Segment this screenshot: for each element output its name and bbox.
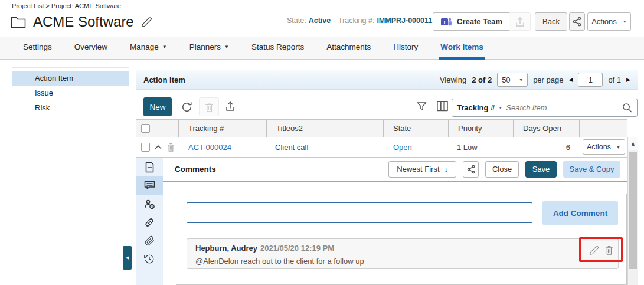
back-button[interactable]: Back [535, 12, 567, 31]
save-button[interactable]: Save [525, 161, 557, 178]
sort-order-button[interactable]: Newest First ↓ [388, 161, 456, 178]
collapse-row-button[interactable] [155, 145, 162, 149]
sidebar-item-risk[interactable]: Risk [12, 100, 129, 115]
edit-comment-button[interactable] [589, 245, 599, 255]
comment-input[interactable] [187, 202, 532, 223]
column-header-days-open[interactable]: Days Open [514, 120, 580, 137]
tab-overview[interactable]: Overview [73, 37, 109, 60]
state-label: State: [287, 17, 306, 25]
row-actions-dropdown[interactable]: Actions ▼ [583, 139, 625, 155]
viewing-count: 2 of 2 [472, 76, 492, 84]
comments-title: Comments [175, 165, 216, 173]
detail-tab-links[interactable] [136, 213, 163, 231]
edit-title-button[interactable] [141, 17, 152, 28]
panel-header: Action Item Viewing 2 of 2 50 ▼ per page… [136, 70, 638, 90]
tracking-link[interactable]: ACT-000024 [188, 143, 231, 152]
select-all-checkbox[interactable] [141, 124, 150, 133]
detail-tab-attachments[interactable] [136, 231, 163, 250]
detail-tab-users[interactable] [136, 195, 163, 213]
user-clock-icon [144, 199, 155, 209]
tab-bar: Settings Overview Manage▼ Planners▼ Stat… [0, 37, 644, 60]
refresh-button[interactable] [181, 101, 193, 113]
sidebar-item-action-item[interactable]: Action Item [12, 71, 129, 86]
detail-tab-details[interactable] [136, 158, 163, 176]
days-open-cell: 6 [514, 143, 580, 152]
viewing-label: Viewing [440, 76, 466, 84]
tracking-field: Tracking #:IMMPRJ-000011 [338, 17, 432, 25]
next-page-button[interactable]: ▶ [626, 77, 630, 83]
state-field: State:Active [287, 17, 331, 25]
share-icon [573, 17, 581, 27]
detail-tab-strip [136, 158, 163, 285]
share-icon [467, 165, 475, 174]
actions-dropdown[interactable]: Actions ▼ [587, 12, 631, 31]
page-total-label: of 1 [608, 76, 621, 84]
tab-attachments[interactable]: Attachments [325, 37, 372, 60]
breadcrumb[interactable]: Project List > Project: ACME Software [12, 2, 121, 9]
tab-planners[interactable]: Planners▼ [188, 37, 230, 60]
comment-author: Hepburn, Audrey [195, 244, 257, 253]
column-header-tracking[interactable]: Tracking # [179, 120, 267, 137]
pager: Viewing 2 of 2 50 ▼ per page ◀ of 1 ▶ [440, 73, 630, 87]
tab-status-reports[interactable]: Status Reports [250, 37, 305, 60]
refresh-icon [181, 101, 193, 113]
row-checkbox[interactable] [141, 143, 150, 152]
save-copy-button[interactable]: Save & Copy [563, 161, 620, 178]
caret-down-icon: ▼ [224, 45, 229, 50]
create-team-button[interactable]: T Create Team [433, 12, 511, 31]
export-button[interactable] [224, 100, 236, 112]
caret-down-icon: ▼ [623, 19, 627, 24]
sidebar-collapse-handle[interactable]: ◀ [123, 246, 132, 270]
scroll-up-button[interactable]: ∧ [628, 137, 638, 150]
export-icon [514, 16, 526, 28]
comment-timestamp: 2021/05/20 12:19 PM [260, 244, 334, 253]
column-header-title[interactable]: Titleos2 [267, 120, 384, 137]
column-header-state[interactable]: State [384, 120, 449, 137]
text-cursor [191, 206, 191, 219]
search-input[interactable] [506, 103, 619, 112]
comments-share-button[interactable] [463, 161, 479, 178]
title-cell: Client call [267, 143, 384, 152]
sort-down-icon: ↓ [444, 165, 449, 173]
header-export-button[interactable] [509, 12, 531, 31]
caret-down-icon: ▼ [162, 45, 167, 50]
search-column-selector[interactable]: Tracking # [457, 103, 495, 112]
comment-text: @AlenDelon reach out to the client for a… [195, 257, 364, 266]
prev-page-button[interactable]: ◀ [568, 77, 573, 83]
column-header-priority[interactable]: Priority [449, 120, 514, 137]
close-button[interactable]: Close [485, 161, 519, 178]
state-link[interactable]: Open [393, 143, 412, 152]
delete-comment-button[interactable] [604, 245, 614, 255]
detail-tab-comments[interactable] [136, 176, 163, 195]
page-size-select[interactable]: 50 ▼ [497, 73, 528, 87]
svg-text:T: T [443, 19, 446, 25]
add-comment-button[interactable]: Add Comment [542, 201, 618, 225]
comment-card: Hepburn, Audrey 2021/05/20 12:19 PM @Ale… [187, 238, 619, 269]
trash-icon [204, 101, 214, 113]
caret-down-icon: ▼ [616, 145, 620, 149]
tab-work-items[interactable]: Work Items [439, 37, 485, 60]
tab-history[interactable]: History [392, 37, 419, 60]
filter-button[interactable] [416, 101, 427, 112]
columns-icon [437, 101, 448, 112]
trash-icon [604, 245, 614, 255]
header-share-button[interactable] [569, 12, 585, 31]
comment-icon [144, 181, 155, 191]
page-number-input[interactable] [578, 73, 603, 87]
paperclip-icon [145, 235, 155, 246]
columns-button[interactable] [437, 101, 448, 112]
comments-panel: Comments Newest First ↓ Close Save Save … [163, 158, 627, 285]
detail-tab-history[interactable] [136, 250, 163, 268]
sidebar-item-issue[interactable]: Issue [12, 86, 129, 100]
tab-manage[interactable]: Manage▼ [129, 37, 168, 60]
row-delete-button[interactable] [166, 142, 175, 152]
tab-settings[interactable]: Settings [22, 37, 53, 60]
scrollbar-thumb[interactable] [629, 152, 637, 269]
delete-button[interactable] [199, 97, 219, 116]
history-icon [144, 254, 155, 264]
new-button[interactable]: New [143, 97, 172, 116]
pencil-icon [141, 17, 152, 28]
state-value: Active [309, 17, 331, 25]
work-item-sidebar: Action Item Issue Risk [12, 67, 129, 285]
per-page-label: per page [533, 76, 563, 84]
